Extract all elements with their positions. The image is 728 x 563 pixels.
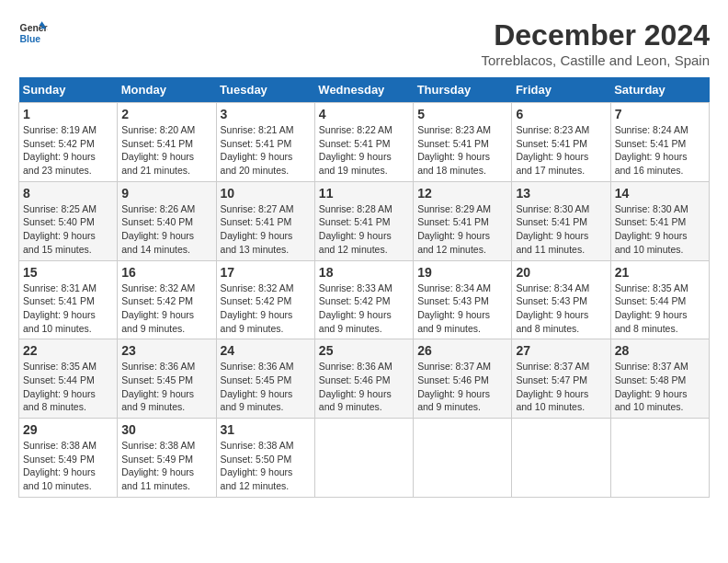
day-info: Sunrise: 8:32 AMSunset: 5:42 PMDaylight:…: [121, 282, 211, 336]
calendar-cell: [414, 419, 512, 498]
day-number: 18: [319, 265, 409, 280]
page-title: December 2024: [482, 18, 710, 52]
calendar-cell: 13Sunrise: 8:30 AMSunset: 5:41 PMDayligh…: [512, 181, 610, 260]
calendar-cell: [512, 419, 610, 498]
day-number: 20: [516, 265, 606, 280]
day-number: 30: [121, 422, 211, 437]
calendar-header-tuesday: Tuesday: [216, 77, 314, 103]
day-number: 28: [615, 343, 705, 358]
day-info: Sunrise: 8:30 AMSunset: 5:41 PMDaylight:…: [516, 202, 606, 257]
calendar-cell: 29Sunrise: 8:38 AMSunset: 5:49 PMDayligh…: [19, 419, 118, 498]
calendar-cell: 23Sunrise: 8:36 AMSunset: 5:45 PMDayligh…: [118, 339, 216, 419]
day-info: Sunrise: 8:27 AMSunset: 5:41 PMDaylight:…: [221, 202, 311, 257]
calendar-cell: 1Sunrise: 8:19 AMSunset: 5:42 PMDaylight…: [19, 103, 118, 182]
day-info: Sunrise: 8:38 AMSunset: 5:50 PMDaylight:…: [221, 439, 311, 493]
calendar-cell: 22Sunrise: 8:35 AMSunset: 5:44 PMDayligh…: [19, 339, 118, 419]
day-number: 29: [23, 422, 113, 437]
day-info: Sunrise: 8:20 AMSunset: 5:41 PMDaylight:…: [121, 123, 211, 178]
day-number: 15: [23, 265, 113, 280]
logo: General Blue: [18, 18, 48, 48]
calendar-header-friday: Friday: [512, 77, 610, 103]
day-number: 9: [121, 186, 211, 201]
day-info: Sunrise: 8:36 AMSunset: 5:45 PMDaylight:…: [121, 360, 211, 414]
day-info: Sunrise: 8:37 AMSunset: 5:48 PMDaylight:…: [615, 360, 705, 414]
day-info: Sunrise: 8:36 AMSunset: 5:45 PMDaylight:…: [221, 360, 311, 414]
day-info: Sunrise: 8:38 AMSunset: 5:49 PMDaylight:…: [121, 439, 211, 493]
day-number: 11: [319, 186, 409, 201]
calendar-cell: 9Sunrise: 8:26 AMSunset: 5:40 PMDaylight…: [118, 181, 216, 260]
calendar-cell: 26Sunrise: 8:37 AMSunset: 5:46 PMDayligh…: [414, 339, 512, 419]
calendar-cell: 5Sunrise: 8:23 AMSunset: 5:41 PMDaylight…: [414, 103, 512, 182]
calendar-header-saturday: Saturday: [610, 77, 709, 103]
calendar-cell: 18Sunrise: 8:33 AMSunset: 5:42 PMDayligh…: [314, 260, 413, 339]
day-info: Sunrise: 8:21 AMSunset: 5:41 PMDaylight:…: [221, 123, 311, 178]
day-number: 16: [121, 265, 211, 280]
day-number: 5: [417, 107, 507, 121]
svg-text:Blue: Blue: [20, 34, 41, 44]
day-number: 1: [23, 107, 113, 121]
calendar-cell: 31Sunrise: 8:38 AMSunset: 5:50 PMDayligh…: [216, 419, 314, 498]
page-subtitle: Torreblacos, Castille and Leon, Spain: [482, 52, 710, 68]
day-info: Sunrise: 8:36 AMSunset: 5:46 PMDaylight:…: [319, 360, 409, 414]
calendar-header-row: SundayMondayTuesdayWednesdayThursdayFrid…: [19, 77, 710, 103]
day-info: Sunrise: 8:31 AMSunset: 5:41 PMDaylight:…: [23, 282, 113, 336]
calendar-header-monday: Monday: [118, 77, 216, 103]
calendar-header-thursday: Thursday: [414, 77, 512, 103]
day-number: 4: [319, 107, 409, 121]
day-number: 25: [319, 343, 409, 358]
calendar-week-row: 8Sunrise: 8:25 AMSunset: 5:40 PMDaylight…: [19, 181, 710, 260]
day-number: 12: [417, 186, 507, 201]
header: General Blue December 2024 Torreblacos, …: [18, 18, 710, 68]
calendar-header-wednesday: Wednesday: [314, 77, 413, 103]
day-number: 22: [23, 343, 113, 358]
day-info: Sunrise: 8:23 AMSunset: 5:41 PMDaylight:…: [516, 123, 606, 178]
day-number: 26: [417, 343, 507, 358]
calendar-week-row: 29Sunrise: 8:38 AMSunset: 5:49 PMDayligh…: [19, 419, 710, 498]
day-number: 24: [221, 343, 311, 358]
day-info: Sunrise: 8:33 AMSunset: 5:42 PMDaylight:…: [319, 282, 409, 336]
day-info: Sunrise: 8:19 AMSunset: 5:42 PMDaylight:…: [23, 123, 113, 178]
calendar-cell: 11Sunrise: 8:28 AMSunset: 5:41 PMDayligh…: [314, 181, 413, 260]
day-info: Sunrise: 8:34 AMSunset: 5:43 PMDaylight:…: [417, 282, 507, 336]
day-info: Sunrise: 8:23 AMSunset: 5:41 PMDaylight:…: [417, 123, 507, 178]
calendar-cell: 19Sunrise: 8:34 AMSunset: 5:43 PMDayligh…: [414, 260, 512, 339]
day-info: Sunrise: 8:30 AMSunset: 5:41 PMDaylight:…: [615, 202, 705, 257]
day-info: Sunrise: 8:25 AMSunset: 5:40 PMDaylight:…: [23, 202, 113, 257]
calendar-table: SundayMondayTuesdayWednesdayThursdayFrid…: [18, 77, 710, 498]
day-number: 23: [121, 343, 211, 358]
calendar-cell: 24Sunrise: 8:36 AMSunset: 5:45 PMDayligh…: [216, 339, 314, 419]
day-info: Sunrise: 8:29 AMSunset: 5:41 PMDaylight:…: [417, 202, 507, 257]
day-info: Sunrise: 8:24 AMSunset: 5:41 PMDaylight:…: [615, 123, 705, 178]
day-number: 27: [516, 343, 606, 358]
calendar-cell: 15Sunrise: 8:31 AMSunset: 5:41 PMDayligh…: [19, 260, 118, 339]
day-number: 31: [221, 422, 311, 437]
calendar-cell: 7Sunrise: 8:24 AMSunset: 5:41 PMDaylight…: [610, 103, 709, 182]
logo-icon: General Blue: [18, 18, 48, 48]
day-number: 7: [615, 107, 705, 121]
calendar-body: 1Sunrise: 8:19 AMSunset: 5:42 PMDaylight…: [19, 103, 710, 498]
day-info: Sunrise: 8:26 AMSunset: 5:40 PMDaylight:…: [121, 202, 211, 257]
day-number: 19: [417, 265, 507, 280]
calendar-cell: [610, 419, 709, 498]
calendar-week-row: 15Sunrise: 8:31 AMSunset: 5:41 PMDayligh…: [19, 260, 710, 339]
calendar-week-row: 1Sunrise: 8:19 AMSunset: 5:42 PMDaylight…: [19, 103, 710, 182]
day-info: Sunrise: 8:35 AMSunset: 5:44 PMDaylight:…: [23, 360, 113, 414]
day-info: Sunrise: 8:34 AMSunset: 5:43 PMDaylight:…: [516, 282, 606, 336]
calendar-cell: 4Sunrise: 8:22 AMSunset: 5:41 PMDaylight…: [314, 103, 413, 182]
calendar-cell: 21Sunrise: 8:35 AMSunset: 5:44 PMDayligh…: [610, 260, 709, 339]
day-number: 10: [221, 186, 311, 201]
day-number: 17: [221, 265, 311, 280]
calendar-cell: 6Sunrise: 8:23 AMSunset: 5:41 PMDaylight…: [512, 103, 610, 182]
calendar-cell: 3Sunrise: 8:21 AMSunset: 5:41 PMDaylight…: [216, 103, 314, 182]
day-number: 8: [23, 186, 113, 201]
day-number: 6: [516, 107, 606, 121]
calendar-cell: 2Sunrise: 8:20 AMSunset: 5:41 PMDaylight…: [118, 103, 216, 182]
calendar-cell: 20Sunrise: 8:34 AMSunset: 5:43 PMDayligh…: [512, 260, 610, 339]
day-info: Sunrise: 8:37 AMSunset: 5:46 PMDaylight:…: [417, 360, 507, 414]
day-info: Sunrise: 8:22 AMSunset: 5:41 PMDaylight:…: [319, 123, 409, 178]
calendar-cell: 16Sunrise: 8:32 AMSunset: 5:42 PMDayligh…: [118, 260, 216, 339]
day-number: 21: [615, 265, 705, 280]
calendar-cell: 14Sunrise: 8:30 AMSunset: 5:41 PMDayligh…: [610, 181, 709, 260]
calendar-cell: 12Sunrise: 8:29 AMSunset: 5:41 PMDayligh…: [414, 181, 512, 260]
calendar-cell: 28Sunrise: 8:37 AMSunset: 5:48 PMDayligh…: [610, 339, 709, 419]
